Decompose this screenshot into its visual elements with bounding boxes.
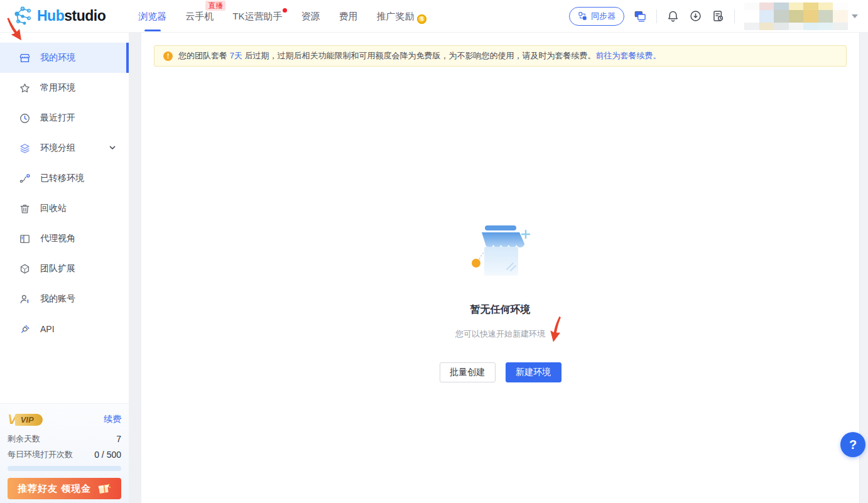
transfer-icon <box>19 173 31 185</box>
sidebar-item-team-expansion[interactable]: 团队扩展 <box>0 254 129 284</box>
divider <box>734 9 735 23</box>
divider <box>656 9 657 23</box>
brand-text: Hubstudio <box>37 8 106 24</box>
sidebar-item-my-environments[interactable]: 我的环境 <box>0 43 129 73</box>
new-environment-button[interactable]: 新建环境 <box>506 362 561 382</box>
hubstudio-logo: Hubstudio <box>11 5 106 28</box>
multi-screen-icon[interactable] <box>634 9 647 23</box>
nav-tab-browser[interactable]: 浏览器 <box>138 0 166 33</box>
sidebar-item-my-account[interactable]: 我的账号 <box>0 284 129 314</box>
star-icon <box>19 82 31 94</box>
coin-icon: $ <box>417 14 426 24</box>
chevron-down-icon <box>852 14 858 18</box>
check-update-icon[interactable] <box>689 9 702 23</box>
plug-api-icon <box>19 323 31 335</box>
renew-link[interactable]: 续费 <box>104 414 121 425</box>
header-actions: 同步器 <box>569 3 858 30</box>
sidebar-item-proxy-view[interactable]: 代理视角 <box>0 224 129 254</box>
daily-opens-row: 每日环境打开次数 0 / 500 <box>8 449 121 460</box>
renew-plan-link[interactable]: 前往为套餐续费。 <box>595 51 661 60</box>
expiry-days-highlight: 7天 <box>230 51 242 60</box>
empty-state: 暂无任何环境 您可以快速开始新建环境 批量创建 新建环境 <box>141 224 859 382</box>
remaining-days-row: 剩余天数 7 <box>8 433 121 445</box>
sync-icon <box>578 11 587 21</box>
empty-subtitle: 您可以快速开始新建环境 <box>455 328 545 340</box>
nav-tab-resources[interactable]: 资源 <box>301 0 320 33</box>
empty-storefront-illustration <box>468 224 533 282</box>
help-button[interactable]: ? <box>840 432 865 457</box>
batch-create-button[interactable]: 批量创建 <box>440 362 496 382</box>
vip-card: V VIP 续费 剩余天数 7 每日环境打开次数 0 / 500 推荐好友 领现… <box>0 403 129 503</box>
sidebar-item-recently-opened[interactable]: 最近打开 <box>0 103 129 133</box>
nav-tab-cloudphone[interactable]: 云手机 直播 <box>185 0 214 33</box>
sidebar-item-recycle-bin[interactable]: 回收站 <box>0 193 129 224</box>
scrollbar-track[interactable] <box>859 33 868 503</box>
sidebar: 我的环境 常用环境 最近打开 环境分组 <box>0 33 129 503</box>
main-nav: 浏览器 云手机 直播 TK运营助手 资源 费用 推广奖励$ <box>138 0 426 33</box>
operation-log-icon[interactable] <box>712 9 725 23</box>
referral-promo-banner[interactable]: 推荐好友 领现金 <box>8 478 121 499</box>
sidebar-item-transferred-environments[interactable]: 已转移环境 <box>0 163 129 193</box>
sidebar-item-favorite-environments[interactable]: 常用环境 <box>0 73 129 103</box>
nav-tab-billing[interactable]: 费用 <box>339 0 357 33</box>
live-badge: 直播 <box>205 1 225 11</box>
top-header: Hubstudio 浏览器 云手机 直播 TK运营助手 资源 费用 推广奖励$ … <box>0 0 868 33</box>
plan-expiry-banner: ! 您的团队套餐 7天 后过期，过期后相关功能限制和可用额度会降为免费版，为不影… <box>154 45 847 67</box>
vip-badge: V VIP <box>8 411 43 428</box>
nav-tab-referral[interactable]: 推广奖励$ <box>376 0 426 33</box>
remaining-days-value: 7 <box>116 434 121 444</box>
notification-dot <box>283 8 287 13</box>
daily-opens-value: 0 / 500 <box>94 450 121 460</box>
user-icon <box>19 293 31 305</box>
storefront-icon <box>19 52 31 64</box>
account-avatar-redacted <box>744 3 848 30</box>
warning-icon: ! <box>163 51 173 61</box>
nav-tab-tk-assistant[interactable]: TK运营助手 <box>232 0 282 33</box>
molecule-logo-icon <box>11 5 34 28</box>
synchronizer-button[interactable]: 同步器 <box>569 7 624 26</box>
proxy-layout-icon <box>19 233 31 245</box>
account-menu[interactable] <box>744 3 858 30</box>
sidebar-item-api[interactable]: API <box>0 314 129 344</box>
chevron-down-icon <box>109 143 116 153</box>
notifications-bell-icon[interactable] <box>666 9 680 23</box>
clock-icon <box>19 112 31 124</box>
sidebar-item-environment-groups[interactable]: 环境分组 <box>0 133 129 163</box>
empty-title: 暂无任何环境 <box>470 303 531 316</box>
layers-icon <box>19 143 31 154</box>
main-panel: ! 您的团队套餐 7天 后过期，过期后相关功能限制和可用额度会降为免费版，为不影… <box>141 33 859 503</box>
usage-progress-bar <box>8 466 121 471</box>
gift-icon <box>96 481 111 496</box>
trash-icon <box>19 203 31 215</box>
cube-team-icon <box>19 263 31 275</box>
